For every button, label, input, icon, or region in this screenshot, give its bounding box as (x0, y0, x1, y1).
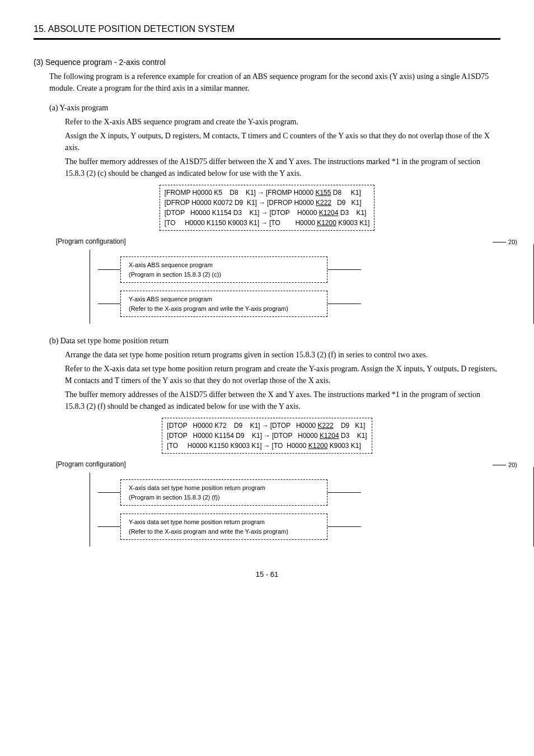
arrow-icon: → (259, 208, 269, 218)
code-a-row3: [DTOP H0000 K1154 D3 K1]→[DTOP H0000 K12… (165, 208, 369, 218)
code-block-a: [FROMP H0000 K5 D8 K1]→[FROMP H0000 K155… (99, 185, 435, 231)
connector-line (98, 526, 120, 527)
box-y-axis-abs: Y-axis ABS sequence program (Refer to th… (120, 291, 327, 317)
subsection-a-p2: Assign the X inputs, Y outputs, D regist… (65, 130, 500, 153)
section-3-title: (3) Sequence program - 2-axis control (34, 57, 500, 68)
config-label: [Program configuration] (56, 459, 500, 469)
annotation-20: 20) (508, 237, 517, 247)
connector-line (98, 304, 120, 304)
right-rail (526, 244, 534, 324)
connector-line (327, 304, 361, 304)
arrow-icon: → (260, 421, 270, 431)
connector-line (327, 269, 361, 270)
program-config-a: [Program configuration] X-axis ABS seque… (34, 236, 500, 324)
config-label: [Program configuration] (56, 236, 500, 246)
box-x-axis-dataset: X-axis data set type home position retur… (120, 479, 327, 506)
subsection-b-title: (b) Data set type home position return (49, 335, 500, 347)
section-3-intro: The following program is a reference exa… (49, 71, 500, 94)
arrow-icon: → (262, 431, 272, 441)
box-y-axis-dataset: Y-axis data set type home position retur… (120, 514, 327, 540)
connector-line (98, 492, 120, 493)
arrow-icon: → (257, 198, 267, 208)
subsection-a-p3: The buffer memory addresses of the A1SD7… (65, 156, 500, 179)
page-number: 15 - 61 (34, 569, 500, 580)
code-b-row1: [DTOP H0000 K72 D9 K1]→[DTOP H0000 K222 … (167, 421, 367, 431)
code-block-b: [DTOP H0000 K72 D9 K1]→[DTOP H0000 K222 … (99, 418, 435, 454)
annotation-20: 20) (508, 460, 517, 470)
code-b-row2: [DTOP H0000 K1154 D9 K1]→[DTOP H0000 K12… (167, 431, 367, 441)
box-x-axis-abs: X-axis ABS sequence program (Program in … (120, 256, 327, 283)
subsection-b-p1: Arrange the data set type home position … (65, 349, 500, 361)
program-config-b: [Program configuration] X-axis data set … (34, 459, 500, 547)
right-rail (526, 467, 534, 547)
connector-line (98, 269, 120, 270)
subsection-a-title: (a) Y-axis program (49, 102, 500, 114)
left-rail (90, 473, 98, 547)
arrow-icon: → (256, 188, 266, 198)
connector-line (327, 526, 361, 527)
left-rail (90, 250, 98, 324)
page-header: 15. ABSOLUTE POSITION DETECTION SYSTEM (34, 22, 500, 40)
connector-line (327, 492, 361, 493)
code-a-row1: [FROMP H0000 K5 D8 K1]→[FROMP H0000 K155… (165, 188, 369, 198)
code-a-row4: [TO H0000 K1150 K9003 K1]→[TO H0000 K120… (165, 218, 369, 228)
arrow-icon: → (259, 218, 269, 228)
subsection-b-p2: Refer to the X-axis data set type home p… (65, 363, 500, 386)
subsection-a-p1: Refer to the X-axis ABS sequence program… (65, 116, 500, 128)
arrow-icon: → (262, 441, 272, 451)
subsection-b-p3: The buffer memory addresses of the A1SD7… (65, 389, 500, 412)
code-b-row3: [TO H0000 K1150 K9003 K1]→[TO H0000 K120… (167, 441, 367, 451)
code-a-row2: [DFROP H0000 K0072 D9 K1]→[DFROP H0000 K… (165, 198, 369, 208)
